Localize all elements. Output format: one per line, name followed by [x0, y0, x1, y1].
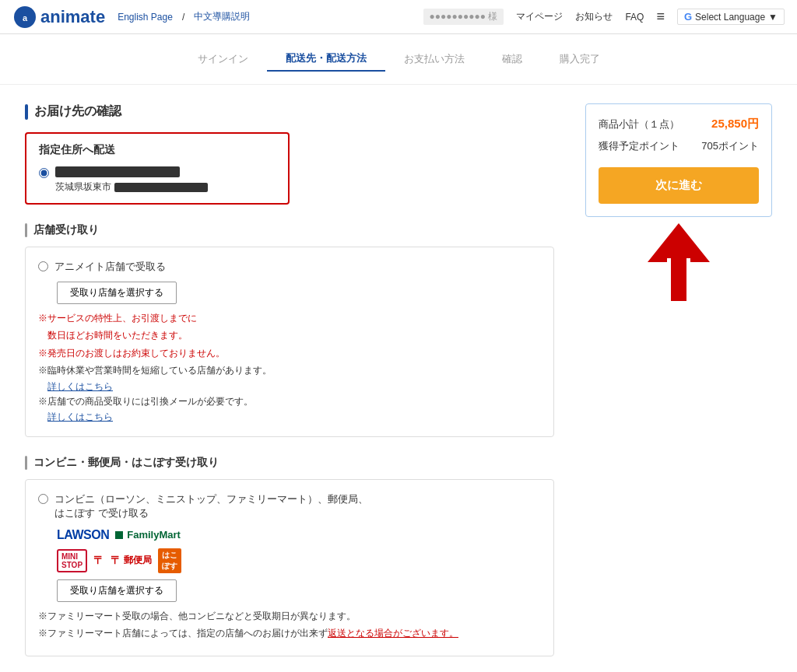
subtotal-row: 商品小計（１点） 25,850円: [599, 117, 759, 131]
store-pickup-section: 店舗受け取り アニメイト店舗で受取る 受取り店舗を選択する ※サービスの特性上、…: [25, 223, 560, 437]
familymart-logo: FamilyMart: [115, 529, 181, 541]
ministop-logo: MINISTOP: [57, 549, 87, 572]
order-summary: 商品小計（１点） 25,850円 獲得予定ポイント 705ポイント 次に進む: [585, 103, 772, 217]
yuubin-logo: 〒郵便局: [111, 554, 152, 568]
header-nav: English Page / 中文導購説明: [118, 10, 250, 23]
name-redacted: [55, 166, 180, 177]
select-conv-store-btn[interactable]: 受取り店舗を選択する: [57, 579, 177, 602]
store-pickup-heading: 店舗受け取り: [25, 223, 560, 237]
hamburger-menu[interactable]: ≡: [656, 9, 665, 25]
convenience-logos: LAWSON FamilyMart: [57, 528, 541, 542]
username-placeholder: ●●●●●●●●●●: [430, 11, 486, 22]
delivery-radio[interactable]: [39, 168, 49, 178]
street-redacted: [114, 183, 208, 192]
store-notice-1: ※サービスの特性上、お引渡しまでに: [38, 310, 541, 326]
svg-marker-3: [648, 223, 710, 262]
convenience-title: コンビニ・郵便局・はこぽす受け取り: [33, 456, 219, 470]
logo[interactable]: a animate: [12, 5, 105, 30]
subtotal-label: 商品小計（１点）: [599, 117, 679, 131]
arrow-container: [585, 223, 772, 301]
store-notice-3: ※発売日のお渡しはお約束しておりません。: [38, 345, 541, 361]
svg-rect-2: [671, 258, 686, 301]
conv-heading-bar: [25, 456, 27, 470]
nav-divider: /: [182, 12, 184, 23]
google-g-icon: G: [684, 11, 692, 23]
delivery-section: 指定住所へ配送 茨城県坂東市: [25, 132, 560, 205]
subtotal-price: 25,850円: [711, 117, 759, 131]
convenience-section: コンビニ・郵便局・はこぽす受け取り コンビニ（ローソン、ミニストップ、ファミリー…: [25, 456, 560, 656]
address-card: 指定住所へ配送 茨城県坂東市: [25, 132, 290, 205]
store-notices: ※サービスの特性上、お引渡しまでに 数日ほどお時間をいただきます。 ※発売日のお…: [38, 310, 541, 424]
store-notice-link-2: 詳しくはこちら: [47, 411, 541, 424]
store-notice-4: ※臨時休業や営業時間を短縮している店舗があります。: [38, 362, 541, 378]
section-heading: お届け先の確認: [25, 103, 560, 120]
user-display: ●●●●●●●●●● 様: [423, 9, 504, 25]
svg-text:a: a: [23, 13, 28, 23]
conv-notice-2: ※ファミリーマート店舗によっては、指定の店舗へのお届けが出来ず返送となる場合がご…: [38, 625, 541, 641]
sidebar-wrapper: 商品小計（１点） 25,850円 獲得予定ポイント 705ポイント 次に進む: [585, 103, 772, 672]
translate-label: Select Language: [695, 12, 765, 23]
google-translate[interactable]: G Select Language ▼: [677, 9, 785, 25]
address-card-title: 指定住所へ配送: [39, 143, 276, 157]
step-payment[interactable]: お支払い方法: [385, 47, 483, 71]
lawson-logo: LAWSON: [57, 528, 109, 542]
main-content: お届け先の確認 指定住所へ配送 茨城県坂東市: [25, 103, 585, 672]
convenience-heading: コンビニ・郵便局・はこぽす受け取り: [25, 456, 560, 470]
store-notice-5: ※店舗での商品受取りには引換メールが必要です。: [38, 394, 541, 409]
store-notice-link-1: 詳しくはこちら: [47, 380, 541, 394]
next-button[interactable]: 次に進む: [599, 167, 759, 204]
yuubin-mark: 〒: [111, 554, 121, 568]
step-delivery[interactable]: 配送先・配送方法: [267, 47, 385, 72]
header-links: マイページ お知らせ FAQ: [516, 10, 644, 23]
subheading-bar: [25, 223, 27, 237]
conv-detail-link[interactable]: 返送となる場合がございます。: [328, 628, 458, 639]
select-store-btn[interactable]: 受取り店舗を選択する: [57, 282, 177, 304]
step-signin[interactable]: サインイン: [179, 47, 267, 71]
header: a animate English Page / 中文導購説明 ●●●●●●●●…: [0, 0, 797, 34]
hakobus-logo: はこぽす: [158, 548, 181, 573]
fm-icon: [115, 531, 123, 539]
red-arrow-svg: [648, 223, 710, 301]
store-notice-2: 数日ほどお時間をいただきます。: [38, 327, 541, 343]
store-pickup-box: アニメイト店舗で受取る 受取り店舗を選択する ※サービスの特性上、お引渡しまでに…: [25, 247, 554, 437]
points-row: 獲得予定ポイント 705ポイント: [599, 139, 759, 153]
store-detail-link-1[interactable]: 詳しくはこちら: [47, 381, 113, 392]
points-value: 705ポイント: [701, 139, 759, 153]
steps-bar: サインイン 配送先・配送方法 お支払い方法 確認 購入完了: [0, 34, 797, 85]
heading-bar: [25, 104, 28, 120]
faq-link[interactable]: FAQ: [625, 12, 644, 23]
store-option-row: アニメイト店舗で受取る: [38, 260, 541, 274]
address-text: 茨城県坂東市: [55, 166, 208, 194]
chinese-link[interactable]: 中文導購説明: [194, 10, 250, 23]
conv-option-row: コンビニ（ローソン、ミニストップ、ファミリーマート）、郵便局、はこぽす で受け取…: [38, 492, 541, 520]
address-option: 茨城県坂東市: [39, 166, 276, 194]
conv-radio[interactable]: [38, 494, 48, 504]
logo-text: animate: [40, 7, 105, 27]
store-detail-link-2[interactable]: 詳しくはこちら: [47, 411, 113, 422]
translate-arrow: ▼: [768, 12, 778, 23]
points-label: 獲得予定ポイント: [599, 139, 679, 153]
logo-icon: a: [12, 5, 37, 30]
user-suffix: 様: [488, 11, 497, 22]
prefecture-city: 茨城県坂東市: [55, 180, 111, 194]
store-option-label: アニメイト店舗で受取る: [54, 260, 166, 274]
convenience-box: コンビニ（ローソン、ミニストップ、ファミリーマート）、郵便局、はこぽす で受け取…: [25, 479, 554, 656]
conv-notices: ※ファミリーマート受取の場合、他コンビニなどと受取期日が異なります。 ※ファミリ…: [38, 608, 541, 642]
step-complete[interactable]: 購入完了: [541, 47, 619, 71]
conv-notice-1: ※ファミリーマート受取の場合、他コンビニなどと受取期日が異なります。: [38, 608, 541, 624]
conv-option-label: コンビニ（ローソン、ミニストップ、ファミリーマート）、郵便局、はこぽす で受け取…: [54, 492, 368, 520]
english-page-link[interactable]: English Page: [118, 12, 173, 23]
store-radio[interactable]: [38, 261, 48, 271]
store-pickup-title: 店舗受け取り: [33, 223, 99, 237]
address-line: 茨城県坂東市: [55, 180, 208, 194]
step-confirm[interactable]: 確認: [483, 47, 541, 71]
sidebar: 商品小計（１点） 25,850円 獲得予定ポイント 705ポイント 次に進む: [585, 103, 772, 301]
page-title: お届け先の確認: [34, 103, 121, 120]
jp-mark: 〒: [93, 554, 104, 568]
mypage-link[interactable]: マイページ: [516, 10, 563, 23]
convenience-logos-2: MINISTOP 〒 〒郵便局 はこぽす: [57, 548, 541, 573]
news-link[interactable]: お知らせ: [575, 10, 613, 23]
jp-logo: 〒: [93, 554, 104, 568]
